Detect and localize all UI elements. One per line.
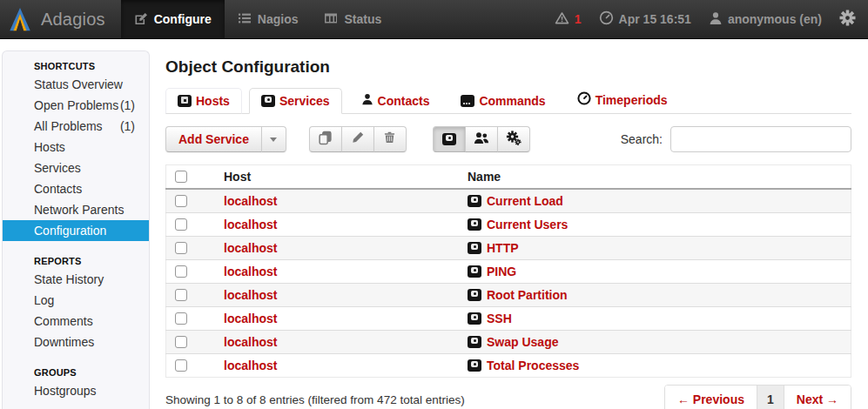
user-menu[interactable]: anonymous (en) bbox=[709, 11, 822, 28]
column-header-host: Host bbox=[215, 165, 459, 190]
sidebar-item-state-history[interactable]: State History bbox=[3, 269, 149, 290]
open-problems-count: (1) bbox=[120, 98, 135, 112]
tab-timeperiods[interactable]: Timeperiods bbox=[565, 85, 680, 114]
tab-commands[interactable]: Commands bbox=[448, 88, 557, 114]
sidebar-item-network-parents[interactable]: Network Parents bbox=[3, 199, 149, 220]
add-service-split-button: Add Service bbox=[165, 126, 286, 152]
host-link[interactable]: localhost bbox=[224, 312, 277, 325]
sidebar-item-open-problems[interactable]: Open Problems(1) bbox=[3, 95, 149, 116]
sidebar-item-downtimes[interactable]: Downtimes bbox=[3, 332, 149, 352]
service-link[interactable]: HTTP bbox=[487, 241, 519, 255]
datetime-label: Apr 15 16:51 bbox=[619, 12, 691, 26]
clock-icon bbox=[599, 10, 614, 28]
copy-icon bbox=[318, 131, 333, 149]
table-row: localhost SSH bbox=[166, 307, 851, 331]
service-link[interactable]: Swap Usage bbox=[487, 335, 558, 349]
contact-icon bbox=[361, 93, 373, 108]
edit-button[interactable] bbox=[341, 126, 374, 152]
sidebar-section-shortcuts: SHORTCUTS bbox=[3, 57, 149, 74]
host-link[interactable]: localhost bbox=[224, 194, 277, 208]
service-icon bbox=[261, 95, 275, 107]
services-table: Host Name localhost Current Load localho… bbox=[165, 164, 851, 378]
select-all-checkbox[interactable] bbox=[175, 171, 187, 183]
service-link[interactable]: SSH bbox=[487, 312, 512, 325]
tab-services[interactable]: Services bbox=[249, 88, 342, 114]
nav-item-status[interactable]: Status bbox=[311, 0, 394, 38]
sidebar-item-comments[interactable]: Comments bbox=[3, 311, 149, 332]
all-problems-count: (1) bbox=[120, 119, 135, 133]
settings-button[interactable] bbox=[839, 10, 856, 29]
row-checkbox[interactable] bbox=[175, 336, 187, 348]
service-link[interactable]: Current Users bbox=[487, 218, 568, 231]
sidebar-item-all-problems[interactable]: All Problems(1) bbox=[3, 116, 149, 137]
table-row: localhost Swap Usage bbox=[166, 331, 851, 354]
tab-hosts[interactable]: Hosts bbox=[165, 88, 242, 114]
list-icon bbox=[238, 11, 252, 28]
host-link[interactable]: localhost bbox=[224, 241, 277, 255]
nav-item-nagios[interactable]: Nagios bbox=[225, 0, 312, 38]
table-row: localhost Total Processes bbox=[166, 354, 851, 378]
adagios-logo-icon bbox=[7, 5, 33, 33]
clock-display[interactable]: Apr 15 16:51 bbox=[599, 10, 691, 28]
table-row: localhost HTTP bbox=[166, 237, 851, 260]
sidebar-item-configuration[interactable]: Configuration bbox=[3, 220, 149, 241]
top-navbar: Adagios Configure Nagios Status bbox=[0, 0, 868, 39]
host-link[interactable]: localhost bbox=[224, 265, 277, 278]
clock-icon bbox=[577, 91, 591, 108]
row-checkbox[interactable] bbox=[175, 312, 187, 325]
service-icon bbox=[468, 359, 481, 372]
sidebar-item-services[interactable]: Services bbox=[3, 158, 149, 178]
sidebar-item-log[interactable]: Log bbox=[3, 290, 149, 311]
table-row: localhost Root Partition bbox=[166, 284, 851, 307]
main-content: Object Configuration Hosts Services Cont… bbox=[165, 39, 851, 409]
view-toggle-group bbox=[433, 126, 530, 152]
host-link[interactable]: localhost bbox=[224, 335, 277, 349]
host-link[interactable]: localhost bbox=[224, 288, 277, 302]
services-view-button[interactable] bbox=[433, 126, 466, 152]
row-checkbox[interactable] bbox=[175, 242, 187, 254]
delete-button[interactable] bbox=[373, 126, 407, 152]
row-checkbox[interactable] bbox=[175, 359, 187, 372]
add-service-dropdown-button[interactable] bbox=[261, 126, 286, 152]
command-icon bbox=[461, 95, 474, 107]
brand-name: Adagios bbox=[41, 10, 105, 30]
sidebar-item-status-overview[interactable]: Status Overview bbox=[3, 74, 149, 95]
alerts-indicator[interactable]: 1 bbox=[555, 11, 582, 28]
sidebar-item-hosts[interactable]: Hosts bbox=[3, 137, 149, 158]
service-link[interactable]: Total Processes bbox=[487, 359, 579, 372]
gears-icon bbox=[506, 131, 521, 149]
service-link[interactable]: PING bbox=[487, 265, 516, 278]
previous-page-button[interactable]: ← Previous bbox=[665, 386, 757, 409]
tab-contacts[interactable]: Contacts bbox=[349, 87, 442, 114]
nav-item-configure[interactable]: Configure bbox=[121, 0, 225, 38]
row-checkbox[interactable] bbox=[175, 218, 187, 231]
pencil-icon bbox=[351, 131, 365, 148]
row-checkbox[interactable] bbox=[175, 265, 187, 278]
next-page-button[interactable]: Next → bbox=[784, 386, 851, 409]
brand[interactable]: Adagios bbox=[0, 0, 121, 38]
service-icon bbox=[468, 195, 481, 207]
host-link[interactable]: localhost bbox=[224, 359, 277, 372]
contacts-view-button[interactable] bbox=[465, 126, 498, 152]
current-page-button[interactable]: 1 bbox=[757, 386, 784, 409]
service-icon bbox=[468, 242, 481, 254]
service-icon bbox=[442, 133, 456, 145]
service-link[interactable]: Current Load bbox=[487, 194, 563, 208]
row-checkbox[interactable] bbox=[175, 195, 187, 207]
service-link[interactable]: Root Partition bbox=[487, 288, 568, 302]
search-input[interactable] bbox=[670, 126, 851, 152]
sidebar-section-reports: REPORTS bbox=[3, 251, 149, 269]
gear-icon bbox=[839, 10, 856, 29]
host-link[interactable]: localhost bbox=[224, 218, 277, 231]
sidebar-item-hostgroups[interactable]: Hostgroups bbox=[3, 380, 149, 401]
search-box: Search: bbox=[621, 126, 851, 152]
sidebar-item-contacts[interactable]: Contacts bbox=[3, 178, 149, 199]
people-icon bbox=[474, 131, 489, 148]
copy-button[interactable] bbox=[309, 126, 342, 152]
row-checkbox[interactable] bbox=[175, 289, 187, 301]
add-service-button[interactable]: Add Service bbox=[165, 126, 262, 152]
table-row: localhost Current Load bbox=[166, 189, 851, 213]
table-row: localhost Current Users bbox=[166, 213, 851, 237]
search-label: Search: bbox=[621, 132, 663, 146]
settings-view-button[interactable] bbox=[497, 126, 530, 152]
